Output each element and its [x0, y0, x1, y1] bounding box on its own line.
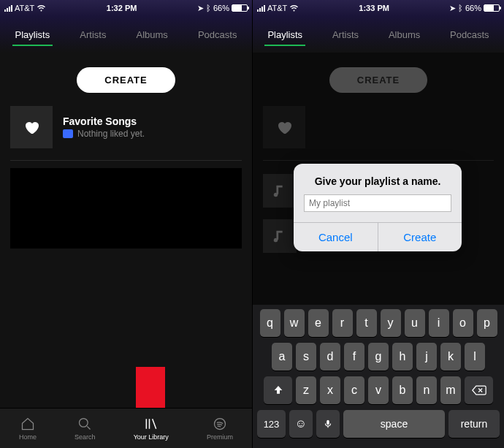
mic-key-icon[interactable]: [316, 410, 340, 438]
bluetooth-icon: ᛒ: [206, 4, 211, 12]
return-key[interactable]: return: [448, 410, 500, 438]
key-p[interactable]: p: [477, 309, 497, 337]
redacted-block: [10, 168, 242, 248]
library-icon: [143, 416, 159, 432]
key-r[interactable]: r: [332, 309, 353, 337]
favorite-subtitle: Nothing liked yet.: [77, 129, 145, 139]
key-n[interactable]: n: [416, 376, 437, 404]
tab-podcasts[interactable]: Podcasts: [195, 25, 240, 45]
tab-playlists[interactable]: Playlists: [12, 25, 53, 45]
clock: 1:33 PM: [359, 4, 389, 12]
battery-icon: [232, 4, 248, 12]
download-badge-icon: [63, 129, 73, 138]
name-playlist-modal: Give your playlist a name. Cancel Create: [294, 164, 462, 251]
wifi-icon: [289, 4, 299, 12]
tab-albums[interactable]: Albums: [134, 25, 171, 45]
svg-point-1: [214, 419, 225, 430]
modal-title: Give your playlist a name.: [294, 164, 462, 194]
battery-icon: [484, 4, 500, 12]
battery-pct: 66%: [465, 4, 481, 12]
emoji-key-icon[interactable]: ☺: [289, 410, 313, 438]
content-area: CREATE Favorite Songs Nothing liked yet.: [0, 53, 252, 408]
heart-icon: [10, 106, 53, 148]
ios-keyboard: qwertyuiop asdfghjkl zxcvbnm 123 ☺ space…: [253, 305, 504, 448]
key-e[interactable]: e: [308, 309, 329, 337]
key-row-1: qwertyuiop: [255, 309, 502, 337]
key-k[interactable]: k: [440, 343, 461, 371]
library-tabs: Playlists Artists Albums Podcasts: [253, 16, 504, 53]
nav-search[interactable]: Search: [75, 416, 96, 441]
key-q[interactable]: q: [260, 309, 280, 337]
key-u[interactable]: u: [405, 309, 425, 337]
playlist-name-input[interactable]: [304, 194, 451, 212]
key-t[interactable]: t: [356, 309, 377, 337]
nav-premium[interactable]: Premium: [207, 416, 233, 441]
key-d[interactable]: d: [320, 343, 340, 371]
svg-point-0: [80, 419, 88, 428]
key-o[interactable]: o: [453, 309, 473, 337]
home-icon: [20, 416, 36, 432]
key-v[interactable]: v: [368, 376, 389, 404]
key-m[interactable]: m: [440, 376, 461, 404]
key-x[interactable]: x: [320, 376, 340, 404]
divider: [10, 160, 242, 161]
library-tabs: Playlists Artists Albums Podcasts: [0, 16, 252, 53]
wifi-icon: [37, 4, 46, 12]
status-bar: AT&T 1:33 PM ➤ ᛒ 66%: [253, 0, 504, 16]
shift-key-icon[interactable]: [264, 376, 292, 404]
status-bar: AT&T 1:32 PM ➤ ᛒ 66%: [0, 0, 252, 16]
key-f[interactable]: f: [344, 343, 364, 371]
battery-pct: 66%: [213, 4, 229, 12]
numbers-key[interactable]: 123: [257, 410, 286, 438]
phone-left: AT&T 1:32 PM ➤ ᛒ 66% Playlists Artists A…: [0, 0, 252, 448]
carrier-label: AT&T: [267, 4, 287, 12]
location-icon: ➤: [449, 4, 456, 13]
favorite-songs-row[interactable]: Favorite Songs Nothing liked yet.: [0, 106, 252, 160]
clock: 1:32 PM: [107, 4, 137, 12]
backspace-key-icon[interactable]: [465, 376, 493, 404]
tab-artists[interactable]: Artists: [329, 25, 362, 45]
spotify-icon: [212, 416, 228, 432]
key-i[interactable]: i: [429, 309, 449, 337]
nav-home[interactable]: Home: [19, 416, 37, 441]
key-j[interactable]: j: [416, 343, 437, 371]
nav-library[interactable]: Your Library: [134, 416, 169, 441]
bluetooth-icon: ᛒ: [458, 4, 463, 12]
signal-icon: [4, 5, 12, 12]
create-button[interactable]: CREATE: [77, 67, 175, 93]
favorite-title: Favorite Songs: [63, 115, 145, 127]
tab-podcasts[interactable]: Podcasts: [447, 25, 492, 45]
search-icon: [77, 416, 93, 432]
key-a[interactable]: a: [272, 343, 292, 371]
key-b[interactable]: b: [392, 376, 413, 404]
key-row-3: zxcvbnm: [255, 376, 502, 404]
signal-icon: [257, 5, 265, 12]
tab-playlists[interactable]: Playlists: [264, 25, 305, 45]
carrier-label: AT&T: [15, 4, 34, 12]
annotation-arrow-icon: [136, 367, 183, 408]
key-g[interactable]: g: [368, 343, 389, 371]
key-c[interactable]: c: [344, 376, 364, 404]
content-area: CREATE Give your playlist a name. Cancel…: [253, 53, 504, 305]
key-w[interactable]: w: [284, 309, 305, 337]
key-l[interactable]: l: [465, 343, 485, 371]
key-z[interactable]: z: [296, 376, 316, 404]
key-s[interactable]: s: [296, 343, 316, 371]
modal-create-button[interactable]: Create: [378, 223, 462, 251]
key-y[interactable]: y: [381, 309, 401, 337]
key-h[interactable]: h: [392, 343, 413, 371]
bottom-nav: Home Search Your Library Premium: [0, 408, 252, 448]
phone-right: AT&T 1:33 PM ➤ ᛒ 66% Playlists Artists A…: [252, 0, 504, 448]
tab-albums[interactable]: Albums: [386, 25, 423, 45]
space-key[interactable]: space: [343, 410, 445, 438]
key-row-4: 123 ☺ space return: [255, 410, 502, 438]
location-icon: ➤: [197, 4, 204, 13]
tab-artists[interactable]: Artists: [77, 25, 109, 45]
cancel-button[interactable]: Cancel: [294, 223, 378, 251]
key-row-2: asdfghjkl: [255, 343, 502, 371]
